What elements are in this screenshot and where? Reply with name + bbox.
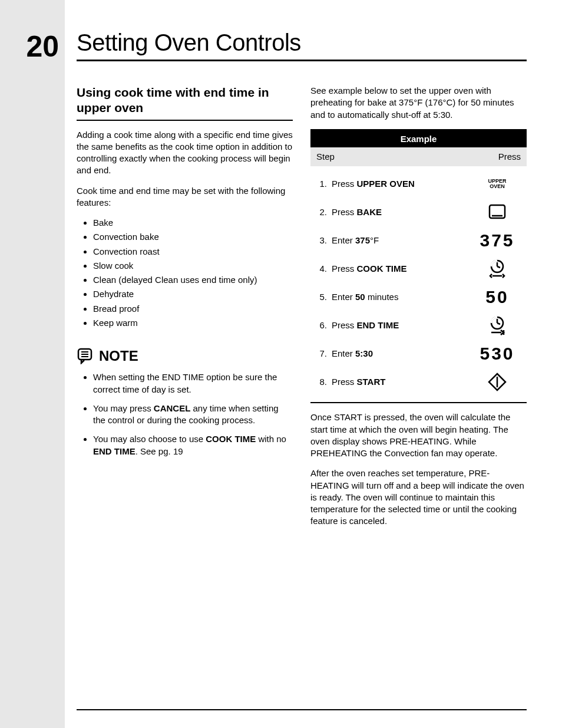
list-item: Bread proof bbox=[93, 303, 293, 315]
step-cell: 8.Press START bbox=[316, 376, 468, 388]
step-cell: 2.Press BAKE bbox=[316, 206, 468, 218]
col-step: Step bbox=[316, 151, 335, 163]
step-text: Press END TIME bbox=[332, 319, 399, 331]
list-item: Keep warm bbox=[93, 317, 293, 329]
step-text: Press UPPER OVEN bbox=[332, 178, 415, 190]
step-num: 5. bbox=[316, 291, 327, 303]
press-cell: 530 bbox=[474, 342, 521, 366]
page-number: 20 bbox=[0, 29, 59, 64]
step-text: Press START bbox=[332, 376, 385, 388]
table-row: 3.Enter 375°F375 bbox=[316, 226, 521, 255]
upper-oven-icon: UPPEROVEN bbox=[488, 179, 506, 190]
table-row: 6.Press END TIME bbox=[316, 311, 521, 340]
right-para-1: Once START is pressed, the oven will cal… bbox=[310, 411, 527, 459]
end-time-icon bbox=[488, 315, 507, 335]
keypad-digits: 375 bbox=[480, 229, 514, 253]
left-margin: 20 bbox=[0, 0, 65, 728]
press-cell bbox=[474, 203, 521, 221]
note-header: NOTE bbox=[77, 347, 293, 365]
example-title: Example bbox=[310, 131, 527, 147]
step-text: Enter 50 minutes bbox=[332, 291, 398, 303]
note-bold: COOK TIME bbox=[206, 434, 256, 444]
step-num: 8. bbox=[316, 376, 327, 388]
right-column: See example below to set the upper oven … bbox=[310, 85, 527, 536]
step-text: Enter 375°F bbox=[332, 235, 379, 246]
note-text: You may also choose to use bbox=[93, 434, 206, 444]
press-cell bbox=[474, 373, 521, 391]
step-text: Press COOK TIME bbox=[332, 263, 407, 275]
footer-rule bbox=[77, 709, 527, 710]
note-text: When setting the END TIME option be sure… bbox=[93, 372, 277, 394]
start-icon bbox=[488, 373, 507, 391]
press-cell: 375 bbox=[474, 229, 521, 253]
step-cell: 7.Enter 5:30 bbox=[316, 348, 468, 360]
section-heading: Using cook time with end time in upper o… bbox=[77, 85, 293, 116]
note-title: NOTE bbox=[99, 347, 138, 365]
step-num: 2. bbox=[316, 206, 327, 218]
table-row: 1.Press UPPER OVENUPPEROVEN bbox=[316, 170, 521, 198]
main-content: Setting Oven Controls Using cook time wi… bbox=[65, 0, 562, 728]
step-cell: 3.Enter 375°F bbox=[316, 235, 468, 246]
intro-para-1: Adding a cook time along with a specific… bbox=[77, 129, 293, 177]
example-header-row: Step Press bbox=[310, 147, 527, 166]
list-item: You may also choose to use COOK TIME wit… bbox=[93, 433, 293, 457]
list-item: Dehydrate bbox=[93, 288, 293, 300]
step-cell: 5.Enter 50 minutes bbox=[316, 291, 468, 303]
example-rows: 1.Press UPPER OVENUPPEROVEN2.Press BAKE3… bbox=[310, 166, 527, 402]
step-num: 6. bbox=[316, 319, 327, 331]
note-text: with no bbox=[256, 434, 286, 444]
example-table: Example Step Press 1.Press UPPER OVENUPP… bbox=[310, 129, 527, 404]
table-row: 7.Enter 5:30530 bbox=[316, 340, 521, 368]
step-num: 3. bbox=[316, 235, 327, 246]
right-para-2: After the oven reaches set temperature, … bbox=[310, 467, 527, 527]
feature-list: Bake Convection bake Convection roast Sl… bbox=[77, 217, 293, 329]
note-icon bbox=[77, 348, 94, 364]
keypad-digits: 50 bbox=[485, 285, 508, 309]
col-press: Press bbox=[498, 151, 521, 163]
table-row: 8.Press START bbox=[316, 368, 521, 396]
left-column: Using cook time with end time in upper o… bbox=[77, 85, 293, 536]
bake-icon bbox=[487, 203, 507, 221]
keypad-digits: 530 bbox=[480, 342, 514, 366]
table-row: 5.Enter 50 minutes50 bbox=[316, 283, 521, 311]
step-num: 7. bbox=[316, 348, 327, 360]
step-num: 1. bbox=[316, 178, 327, 190]
step-text: Press BAKE bbox=[332, 206, 382, 218]
note-list: When setting the END TIME option be sure… bbox=[77, 371, 293, 457]
press-cell bbox=[474, 259, 521, 279]
section-rule bbox=[77, 120, 293, 121]
note-bold: END TIME bbox=[93, 446, 135, 456]
note-text: . See pg. 19 bbox=[135, 446, 183, 456]
list-item: Convection roast bbox=[93, 246, 293, 258]
step-num: 4. bbox=[316, 263, 327, 275]
step-text: Enter 5:30 bbox=[332, 348, 373, 360]
intro-para-2: Cook time and end time may be set with t… bbox=[77, 185, 293, 209]
table-row: 4.Press COOK TIME bbox=[316, 255, 521, 283]
step-cell: 6.Press END TIME bbox=[316, 319, 468, 331]
list-item: You may press CANCEL any time when setti… bbox=[93, 403, 293, 427]
note-bold: CANCEL bbox=[154, 403, 191, 413]
title-rule bbox=[77, 60, 527, 61]
list-item: Convection bake bbox=[93, 231, 293, 243]
list-item: Clean (delayed Clean uses end time only) bbox=[93, 274, 293, 286]
cook-time-icon bbox=[488, 259, 507, 279]
step-cell: 4.Press COOK TIME bbox=[316, 263, 468, 275]
list-item: Bake bbox=[93, 217, 293, 229]
list-item: Slow cook bbox=[93, 260, 293, 272]
columns: Using cook time with end time in upper o… bbox=[77, 85, 527, 536]
list-item: When setting the END TIME option be sure… bbox=[93, 371, 293, 396]
step-cell: 1.Press UPPER OVEN bbox=[316, 178, 468, 190]
right-intro: See example below to set the upper oven … bbox=[310, 85, 527, 121]
note-text: You may press bbox=[93, 403, 154, 413]
table-row: 2.Press BAKE bbox=[316, 198, 521, 226]
press-cell: UPPEROVEN bbox=[474, 179, 521, 190]
press-cell bbox=[474, 315, 521, 335]
page-title: Setting Oven Controls bbox=[77, 29, 527, 56]
press-cell: 50 bbox=[474, 285, 521, 309]
